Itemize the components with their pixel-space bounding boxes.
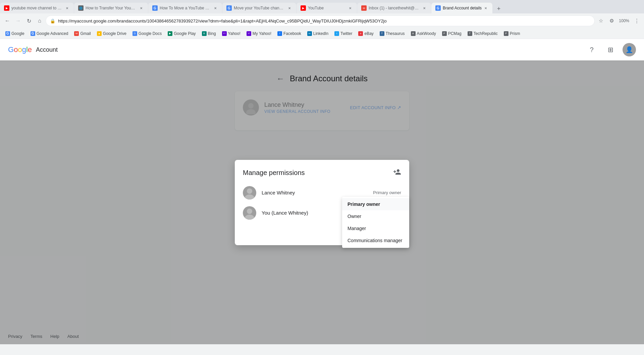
manage-permissions-modal: Manage permissions Lance Whitney Primary xyxy=(235,160,409,245)
bookmark-linkedin[interactable]: in LinkedIn xyxy=(305,31,331,37)
dropdown-item-owner[interactable]: Owner xyxy=(342,210,409,222)
bookmark-label: Google Advanced xyxy=(37,31,68,36)
modal-header: Manage permissions xyxy=(243,168,401,178)
ga-header-right: ? ⊞ 👤 xyxy=(585,43,636,56)
permission-name-lance: Lance Whitney xyxy=(262,190,373,195)
bookmark-ebay[interactable]: e eBay xyxy=(356,31,376,37)
tab-close-btn[interactable]: ✕ xyxy=(287,5,292,11)
dropdown-item-comms-manager[interactable]: Communications manager xyxy=(342,234,409,247)
bookmark-label: Prism xyxy=(510,31,520,36)
bookmark-btn[interactable]: ☆ xyxy=(596,16,605,26)
svg-point-5 xyxy=(245,215,254,220)
bookmark-label: My Yahoo! xyxy=(253,31,271,36)
tab-title: Brand Account details xyxy=(443,6,482,10)
bookmark-twitter[interactable]: t Twitter xyxy=(332,31,355,37)
bookmark-label: LinkedIn xyxy=(313,31,328,36)
permission-avatar-you xyxy=(243,206,256,220)
tab-favicon: G xyxy=(435,5,441,11)
ga-account-text: Account xyxy=(36,46,58,53)
bookmark-favicon: Y! xyxy=(247,31,251,36)
bookmark-google-advanced[interactable]: G Google Advanced xyxy=(28,31,71,37)
tab-favicon: ▶ xyxy=(4,5,9,11)
menu-btn[interactable]: ⋮ xyxy=(632,16,641,26)
bookmark-favicon: G xyxy=(31,31,35,36)
bookmark-techrepublic[interactable]: T TechRepublic xyxy=(465,31,500,37)
permission-avatar-lance xyxy=(243,186,256,199)
bookmark-favicon: D xyxy=(132,31,137,36)
bookmark-label: PCMag xyxy=(448,31,462,36)
page-content: Google Account ? ⊞ 👤 ← Brand Account det… xyxy=(0,39,644,344)
bookmark-favicon: T xyxy=(468,31,472,36)
bookmark-favicon: P xyxy=(442,31,447,36)
dropdown-item-manager[interactable]: Manager xyxy=(342,222,409,234)
bookmark-label: Google xyxy=(11,31,24,36)
dropdown-item-primary-owner[interactable]: Primary owner xyxy=(342,198,409,210)
apps-btn[interactable]: ⊞ xyxy=(604,43,617,56)
help-btn[interactable]: ? xyxy=(585,43,598,56)
bookmark-my-yahoo[interactable]: Y! My Yahoo! xyxy=(244,31,274,37)
tab-close-btn[interactable]: ✕ xyxy=(213,5,218,11)
bookmark-docs[interactable]: D Google Docs xyxy=(130,31,164,37)
tab-inbox[interactable]: M Inbox (1) - lancethewhit@gma... ✕ xyxy=(357,3,431,13)
bookmark-label: Facebook xyxy=(283,31,301,36)
bookmark-gmail[interactable]: M Gmail xyxy=(71,31,93,37)
zoom-indicator: 100% xyxy=(618,16,631,26)
tab-favicon: ▶ xyxy=(301,5,306,11)
bookmark-label: Yahoo! xyxy=(228,31,240,36)
home-btn[interactable]: ⌂ xyxy=(35,16,44,26)
new-tab-btn[interactable]: + xyxy=(494,4,503,13)
tab-close-btn[interactable]: ✕ xyxy=(347,5,353,11)
address-bar[interactable]: 🔒 https://myaccount.google.com/brandacco… xyxy=(46,15,595,26)
bookmark-play[interactable]: ▶ Google Play xyxy=(165,31,198,37)
tab-close-btn[interactable]: ✕ xyxy=(483,5,488,11)
bookmark-favicon: M xyxy=(74,31,79,36)
tab-how-to-transfer[interactable]: 🌐 How to Transfer Your YouTube... ✕ xyxy=(74,3,148,13)
tab-how-to-move[interactable]: G How To Move a YouTube Chan... ✕ xyxy=(148,3,222,13)
permission-role-label-lance[interactable]: Primary owner xyxy=(373,190,401,195)
permission-role-section-lance: Primary owner Primary owner Owner Manage… xyxy=(373,190,401,195)
svg-point-3 xyxy=(245,194,254,199)
bookmark-yahoo[interactable]: Y! Yahoo! xyxy=(219,31,243,37)
extensions-btn[interactable]: ⚙ xyxy=(607,16,616,26)
tab-close-btn[interactable]: ✕ xyxy=(422,5,427,11)
back-btn[interactable]: ← xyxy=(3,16,12,26)
bookmark-pcmag[interactable]: P PCMag xyxy=(439,31,464,37)
bookmark-google[interactable]: G Google xyxy=(3,31,27,37)
bookmark-label: Twitter xyxy=(340,31,352,36)
tab-brand-account[interactable]: G Brand Account details ✕ xyxy=(431,3,492,13)
bookmark-askwoody[interactable]: A AskWoody xyxy=(408,31,439,37)
bookmark-facebook[interactable]: f Facebook xyxy=(275,31,304,37)
bookmark-label: eBay xyxy=(364,31,373,36)
tab-youtube[interactable]: ▶ YouTube ✕ xyxy=(297,3,357,13)
bookmark-favicon: f xyxy=(277,31,282,36)
tab-close-btn[interactable]: ✕ xyxy=(64,5,70,11)
ga-logo[interactable]: Google Account xyxy=(8,45,58,54)
tab-move-channel[interactable]: G Move your YouTube channel t... ✕ xyxy=(222,3,296,13)
svg-point-4 xyxy=(247,209,252,214)
tab-youtube-move[interactable]: ▶ youtube move channel to ano... ✕ xyxy=(0,3,74,13)
lock-icon: 🔒 xyxy=(50,18,55,24)
add-person-btn[interactable] xyxy=(393,168,401,178)
bookmark-label: Google Drive xyxy=(103,31,126,36)
bookmark-favicon: B xyxy=(202,31,207,36)
bookmark-favicon: t xyxy=(334,31,339,36)
bookmark-label: Google Play xyxy=(174,31,196,36)
tab-close-btn[interactable]: ✕ xyxy=(139,5,144,11)
bookmark-label: Thesaurus xyxy=(386,31,405,36)
avatar[interactable]: 👤 xyxy=(623,43,636,56)
tab-favicon: 🌐 xyxy=(78,5,84,11)
tab-favicon: M xyxy=(361,5,367,11)
reload-btn[interactable]: ↻ xyxy=(24,16,34,26)
ga-logo-text: Google xyxy=(8,45,32,54)
bookmark-bing[interactable]: B Bing xyxy=(199,31,219,37)
forward-btn[interactable]: → xyxy=(13,16,23,26)
svg-point-2 xyxy=(247,188,252,194)
bookmark-thesaurus[interactable]: T Thesaurus xyxy=(377,31,408,37)
bookmark-prism[interactable]: P Prism xyxy=(501,31,523,37)
bookmark-drive[interactable]: ▲ Google Drive xyxy=(94,31,129,37)
url-display: https://myaccount.google.com/brandaccoun… xyxy=(58,18,590,24)
tab-title: youtube move channel to ano... xyxy=(11,6,63,10)
browser-chrome: ▶ youtube move channel to ano... ✕ 🌐 How… xyxy=(0,0,644,39)
bookmark-favicon: ▶ xyxy=(168,31,172,36)
bookmarks-bar: G Google G Google Advanced M Gmail ▲ Goo… xyxy=(0,28,644,39)
